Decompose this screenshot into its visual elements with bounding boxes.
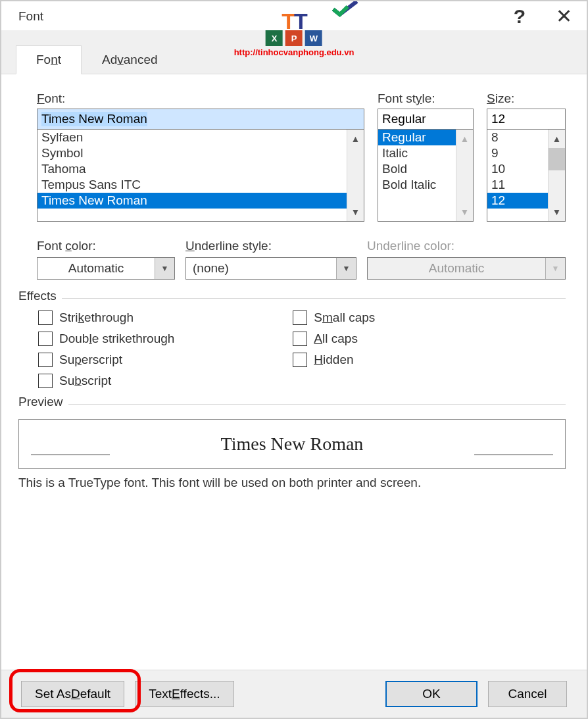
list-item[interactable]: Tempus Sans ITC	[37, 177, 347, 193]
list-item[interactable]: Times New Roman	[37, 193, 347, 209]
size-listbox[interactable]: 8 9 10 11 12 ▲ ▼	[487, 130, 566, 222]
set-default-button[interactable]: Set As Default	[21, 681, 124, 707]
close-icon[interactable]: ✕	[556, 7, 572, 26]
size-scrollbar[interactable]: ▲ ▼	[548, 130, 565, 221]
checkbox-small-caps[interactable]: Small caps	[293, 310, 375, 325]
cancel-button[interactable]: Cancel	[488, 681, 567, 707]
button-bar: Set As Default Text Effects... OK Cancel	[1, 670, 587, 718]
checkbox-double-strikethrough[interactable]: Double strikethrough	[38, 332, 174, 346]
style-label: Font style:	[378, 91, 474, 106]
underline-style-combo[interactable]: (none) ▼	[185, 257, 356, 280]
checkbox-subscript[interactable]: Subscript	[38, 374, 174, 388]
style-listbox[interactable]: Regular Italic Bold Bold Italic ▲ ▼	[378, 130, 474, 222]
size-input[interactable]: 12	[487, 109, 566, 130]
text-effects-button[interactable]: Text Effects...	[135, 681, 233, 707]
font-dialog: Font ? ✕ TT X P W http://tinhocvanphong.…	[1, 1, 587, 718]
underline-style-label: Underline style:	[185, 239, 356, 253]
titlebar-controls: ? ✕	[514, 7, 572, 26]
font-input[interactable]: Times New Roman	[37, 109, 364, 130]
font-scrollbar[interactable]: ▲ ▼	[347, 130, 364, 221]
underline-style-group: Underline style: (none) ▼	[185, 239, 356, 280]
size-label: Size:	[487, 91, 566, 106]
font-color-label: Font color:	[37, 239, 175, 253]
size-column: Size: 12 8 9 10 11 12 ▲ ▼	[487, 91, 566, 222]
scroll-down-icon: ▼	[456, 203, 473, 221]
preview-legend: Preview	[18, 395, 68, 409]
dialog-title: Font	[18, 9, 43, 24]
list-item[interactable]: Symbol	[37, 145, 347, 161]
tab-advanced[interactable]: Advanced	[82, 45, 178, 74]
preview-description: This is a TrueType font. This font will …	[18, 476, 566, 490]
list-item[interactable]: 10	[487, 161, 548, 177]
font-row: Font: Times New Roman Sylfaen Symbol Tah…	[37, 91, 566, 222]
preview-line	[474, 455, 553, 455]
scroll-up-icon[interactable]: ▲	[347, 130, 364, 148]
scroll-down-icon[interactable]: ▼	[549, 203, 565, 221]
list-item[interactable]: Bold Italic	[378, 177, 456, 193]
list-item[interactable]: 12	[487, 193, 548, 209]
font-color-group: Font color: Automatic ▼	[37, 239, 175, 280]
scroll-down-icon[interactable]: ▼	[347, 203, 364, 221]
list-item[interactable]: Tahoma	[37, 161, 347, 177]
underline-color-label: Underline color:	[367, 239, 566, 253]
list-item[interactable]: Sylfaen	[37, 130, 347, 145]
list-item[interactable]: Italic	[378, 145, 456, 161]
chevron-down-icon[interactable]: ▼	[336, 258, 356, 279]
list-item[interactable]: 11	[487, 177, 548, 193]
list-item[interactable]: 8	[487, 130, 548, 145]
preview-box: Times New Roman	[18, 419, 566, 469]
style-column: Font style: Regular Regular Italic Bold …	[378, 91, 474, 222]
tab-font[interactable]: Font	[16, 45, 82, 74]
underline-color-combo: Automatic ▼	[367, 257, 566, 280]
effects-group: Effects Strikethrough Double strikethrou…	[18, 298, 566, 388]
list-item[interactable]: Bold	[378, 161, 456, 177]
ok-button[interactable]: OK	[385, 681, 478, 707]
scroll-up-icon: ▲	[456, 130, 473, 148]
chevron-down-icon[interactable]: ▼	[155, 258, 174, 279]
font-color-combo[interactable]: Automatic ▼	[37, 257, 175, 280]
scroll-up-icon[interactable]: ▲	[549, 130, 565, 148]
tab-content: Font: Times New Roman Sylfaen Symbol Tah…	[1, 74, 587, 670]
list-item[interactable]: Regular	[378, 130, 456, 145]
scroll-thumb[interactable]	[549, 148, 565, 170]
preview-line	[31, 455, 110, 455]
tabs: Font Advanced	[1, 30, 587, 74]
checkbox-all-caps[interactable]: All caps	[293, 332, 375, 346]
help-icon[interactable]: ?	[514, 7, 526, 26]
style-input[interactable]: Regular	[378, 109, 474, 130]
list-item[interactable]: 9	[487, 145, 548, 161]
chevron-down-icon: ▼	[545, 258, 565, 279]
font-column: Font: Times New Roman Sylfaen Symbol Tah…	[37, 91, 364, 222]
checkbox-strikethrough[interactable]: Strikethrough	[38, 310, 174, 325]
effects-legend: Effects	[18, 289, 62, 303]
titlebar: Font ? ✕	[1, 1, 587, 30]
font-label: Font:	[37, 91, 364, 106]
font-listbox[interactable]: Sylfaen Symbol Tahoma Tempus Sans ITC Ti…	[37, 130, 364, 222]
underline-color-group: Underline color: Automatic ▼	[367, 239, 566, 280]
checkbox-hidden[interactable]: Hidden	[293, 353, 375, 367]
checkbox-superscript[interactable]: Superscript	[38, 353, 174, 367]
preview-sample: Times New Roman	[221, 434, 364, 455]
mid-row: Font color: Automatic ▼ Underline style:…	[37, 239, 566, 280]
preview-group: Preview Times New Roman This is a TrueTy…	[18, 404, 566, 490]
style-scrollbar: ▲ ▼	[456, 130, 473, 221]
